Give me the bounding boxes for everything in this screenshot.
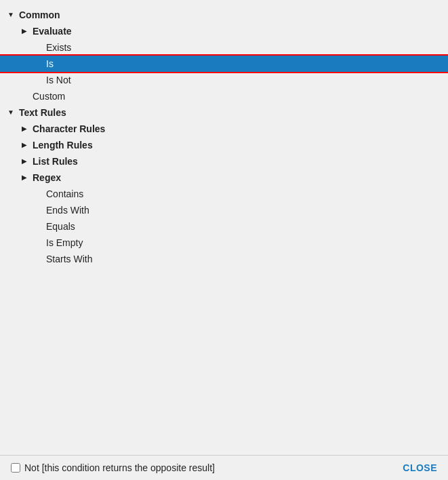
tree-item-ends-with[interactable]: Ends With bbox=[0, 202, 448, 218]
arrow-icon-is-empty bbox=[33, 237, 43, 248]
item-label-is-empty: Is Empty bbox=[46, 237, 83, 248]
item-label-character-rules: Character Rules bbox=[33, 123, 105, 134]
item-label-custom: Custom bbox=[33, 91, 65, 102]
tree-item-starts-with[interactable]: Starts With bbox=[0, 251, 448, 267]
arrow-icon-ends-with bbox=[33, 205, 43, 216]
not-checkbox[interactable] bbox=[11, 463, 20, 473]
item-label-evaluate: Evaluate bbox=[33, 26, 72, 37]
arrow-icon-text-rules bbox=[5, 107, 16, 118]
item-label-length-rules: Length Rules bbox=[33, 140, 93, 151]
item-label-list-rules: List Rules bbox=[33, 156, 78, 167]
tree-item-is-empty[interactable]: Is Empty bbox=[0, 235, 448, 251]
arrow-icon-evaluate bbox=[19, 26, 30, 37]
footer: Not [this condition returns the opposite… bbox=[0, 455, 448, 480]
arrow-icon-list-rules bbox=[19, 156, 30, 167]
item-label-regex: Regex bbox=[33, 172, 61, 183]
tree-item-evaluate[interactable]: Evaluate bbox=[0, 23, 448, 39]
tree-item-text-rules[interactable]: Text Rules bbox=[0, 104, 448, 121]
tree-item-common[interactable]: Common bbox=[0, 7, 448, 23]
item-label-text-rules: Text Rules bbox=[19, 107, 66, 118]
tree-item-is-not[interactable]: Is Not bbox=[0, 72, 448, 88]
item-label-starts-with: Starts With bbox=[46, 254, 92, 264]
not-checkbox-area: Not [this condition returns the opposite… bbox=[11, 462, 215, 473]
tree-item-list-rules[interactable]: List Rules bbox=[0, 153, 448, 169]
arrow-icon-regex bbox=[19, 172, 30, 183]
arrow-icon-is-not bbox=[33, 75, 43, 85]
item-label-equals: Equals bbox=[46, 221, 75, 232]
arrow-icon-custom bbox=[19, 91, 30, 102]
tree-item-regex[interactable]: Regex bbox=[0, 169, 448, 186]
tree-item-is[interactable]: Is bbox=[0, 56, 448, 72]
tree-item-length-rules[interactable]: Length Rules bbox=[0, 137, 448, 153]
arrow-icon-length-rules bbox=[19, 140, 30, 151]
item-label-ends-with: Ends With bbox=[46, 205, 89, 216]
item-label-is-not: Is Not bbox=[46, 75, 71, 85]
arrow-icon-character-rules bbox=[19, 123, 30, 134]
tree-container: CommonEvaluateExistsIsIs NotCustomText R… bbox=[0, 0, 448, 455]
arrow-icon-contains bbox=[33, 188, 43, 199]
not-label: Not [this condition returns the opposite… bbox=[24, 462, 215, 473]
tree-item-character-rules[interactable]: Character Rules bbox=[0, 121, 448, 137]
arrow-icon-exists bbox=[33, 42, 43, 53]
item-label-exists: Exists bbox=[46, 42, 71, 53]
tree-item-contains[interactable]: Contains bbox=[0, 186, 448, 202]
tree-item-equals[interactable]: Equals bbox=[0, 218, 448, 235]
arrow-icon-common bbox=[5, 9, 16, 20]
tree-item-exists[interactable]: Exists bbox=[0, 39, 448, 56]
arrow-icon-is bbox=[33, 58, 43, 69]
tree-item-custom[interactable]: Custom bbox=[0, 88, 448, 104]
arrow-icon-equals bbox=[33, 221, 43, 232]
arrow-icon-starts-with bbox=[33, 254, 43, 264]
item-label-contains: Contains bbox=[46, 188, 83, 199]
item-label-is: Is bbox=[46, 58, 54, 69]
close-button[interactable]: CLOSE bbox=[403, 462, 437, 473]
item-label-common: Common bbox=[19, 9, 60, 20]
